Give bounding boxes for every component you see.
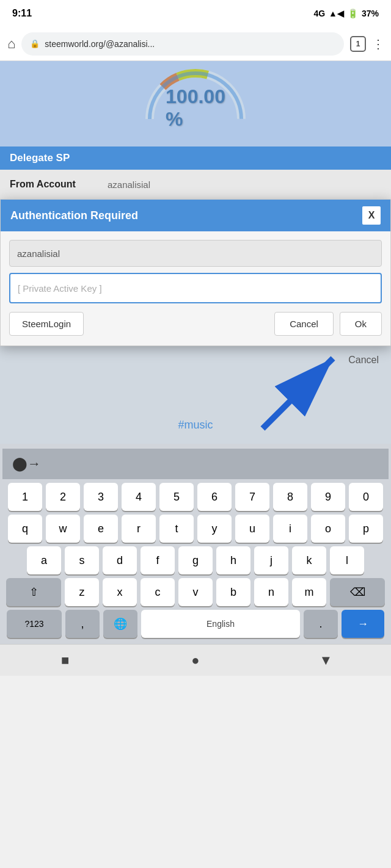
url-bar[interactable]: 🔒 steemworld.org/@azanalisi... bbox=[21, 32, 344, 56]
key-toolbar-icon: ⬤→ bbox=[12, 456, 41, 472]
status-time: 9:11 bbox=[12, 8, 32, 19]
keyboard-row-bottom: ?123 , 🌐 English . → bbox=[2, 610, 389, 638]
auth-cancel-button[interactable]: Cancel bbox=[274, 312, 334, 336]
home-button[interactable]: ⌂ bbox=[7, 36, 15, 52]
btn-right-group: Cancel Ok bbox=[274, 312, 382, 336]
key-2[interactable]: 2 bbox=[46, 483, 80, 511]
key-t[interactable]: t bbox=[159, 515, 194, 543]
key-i[interactable]: i bbox=[273, 515, 307, 543]
delegate-sp-bar: Delegate SP bbox=[0, 146, 391, 170]
auth-close-button[interactable]: X bbox=[362, 206, 381, 225]
comma-key[interactable]: , bbox=[65, 610, 100, 638]
key-n[interactable]: n bbox=[254, 578, 288, 606]
key-3[interactable]: 3 bbox=[84, 483, 118, 511]
space-key[interactable]: English bbox=[141, 610, 300, 638]
key-0[interactable]: 0 bbox=[349, 483, 383, 511]
keyboard-row-asdf: a s d f g h j k l bbox=[2, 546, 389, 574]
status-bar: 9:11 4G ▲◀ 🔋 37% bbox=[0, 0, 391, 27]
key-u[interactable]: u bbox=[235, 515, 269, 543]
key-v[interactable]: v bbox=[178, 578, 213, 606]
key-a[interactable]: a bbox=[27, 546, 61, 574]
auth-dialog: Authentication Required X azanalisial [ … bbox=[0, 199, 391, 346]
key-q[interactable]: q bbox=[8, 515, 42, 543]
key-4[interactable]: 4 bbox=[122, 483, 156, 511]
key-b[interactable]: b bbox=[216, 578, 250, 606]
key-d[interactable]: d bbox=[103, 546, 137, 574]
keyboard-row-qwerty: q w e r t y u i o p bbox=[2, 515, 389, 543]
key-o[interactable]: o bbox=[311, 515, 345, 543]
key-7[interactable]: 7 bbox=[235, 483, 269, 511]
bottom-nav: ■ ● ▼ bbox=[0, 644, 391, 676]
auth-title: Authentication Required bbox=[10, 209, 138, 222]
auth-key-input[interactable]: [ Private Active Key ] bbox=[9, 273, 382, 303]
key-1[interactable]: 1 bbox=[8, 483, 42, 511]
delete-key[interactable]: ⌫ bbox=[330, 578, 385, 606]
auth-header: Authentication Required X bbox=[1, 200, 390, 231]
gauge-value: 100.00 % bbox=[166, 85, 225, 131]
arrow-area: Cancel #music bbox=[0, 346, 391, 444]
key-z[interactable]: z bbox=[65, 578, 99, 606]
key-s[interactable]: s bbox=[65, 546, 99, 574]
triangle-icon: ▼ bbox=[319, 653, 332, 668]
web-content: 100.00 % Delegate SP From Account azanal… bbox=[0, 61, 391, 444]
key-l[interactable]: l bbox=[330, 546, 364, 574]
url-text: steemworld.org/@azanalisi... bbox=[45, 39, 155, 49]
auth-ok-button[interactable]: Ok bbox=[340, 312, 382, 336]
signal-icon: ▲◀ bbox=[329, 9, 344, 18]
auth-username-display: azanalisial bbox=[9, 240, 382, 267]
key-k[interactable]: k bbox=[292, 546, 326, 574]
keyboard: ⬤→ 1 2 3 4 5 6 7 8 9 0 q w e r t y u i o… bbox=[0, 444, 391, 644]
menu-button[interactable]: ⋮ bbox=[372, 37, 384, 51]
period-key[interactable]: . bbox=[304, 610, 338, 638]
key-6[interactable]: 6 bbox=[197, 483, 232, 511]
blue-arrow-icon bbox=[244, 346, 354, 438]
key-j[interactable]: j bbox=[254, 546, 288, 574]
lock-icon: 🔒 bbox=[30, 39, 40, 48]
keyboard-row-numbers: 1 2 3 4 5 6 7 8 9 0 bbox=[2, 483, 389, 511]
circle-nav-button[interactable]: ● bbox=[177, 648, 214, 673]
key-x[interactable]: x bbox=[103, 578, 137, 606]
key-y[interactable]: y bbox=[197, 515, 232, 543]
battery-label: 37% bbox=[362, 9, 379, 18]
status-right: 4G ▲◀ 🔋 37% bbox=[313, 9, 379, 18]
key-h[interactable]: h bbox=[216, 546, 250, 574]
from-account-label: From Account bbox=[10, 179, 95, 190]
triangle-nav-button[interactable]: ▼ bbox=[307, 648, 344, 673]
key-5[interactable]: 5 bbox=[159, 483, 194, 511]
key-m[interactable]: m bbox=[292, 578, 326, 606]
steemlogin-button[interactable]: SteemLogin bbox=[9, 312, 84, 336]
key-c[interactable]: c bbox=[141, 578, 175, 606]
gauge-area: 100.00 % bbox=[0, 61, 391, 146]
key-r[interactable]: r bbox=[122, 515, 156, 543]
key-e[interactable]: e bbox=[84, 515, 118, 543]
gauge-container: 100.00 % bbox=[141, 64, 250, 143]
auth-body: azanalisial [ Private Active Key ] Steem… bbox=[1, 231, 390, 345]
sym-key[interactable]: ?123 bbox=[7, 610, 62, 638]
globe-key[interactable]: 🌐 bbox=[103, 610, 137, 638]
square-icon: ■ bbox=[61, 653, 69, 668]
keyboard-toolbar: ⬤→ bbox=[2, 449, 389, 479]
svg-line-5 bbox=[263, 358, 333, 429]
keyboard-row-zxcv: ⇧ z x c v b n m ⌫ bbox=[2, 578, 389, 606]
from-account-value: azanalisial bbox=[108, 179, 150, 190]
hashtag-text: #music bbox=[178, 419, 213, 432]
key-8[interactable]: 8 bbox=[273, 483, 307, 511]
tab-button[interactable]: 1 bbox=[350, 36, 366, 52]
browser-bar: ⌂ 🔒 steemworld.org/@azanalisi... 1 ⋮ bbox=[0, 27, 391, 61]
key-f[interactable]: f bbox=[141, 546, 175, 574]
auth-buttons: SteemLogin Cancel Ok bbox=[9, 312, 382, 336]
enter-key[interactable]: → bbox=[342, 610, 384, 638]
circle-icon: ● bbox=[191, 653, 199, 668]
square-nav-button[interactable]: ■ bbox=[47, 648, 84, 673]
key-9[interactable]: 9 bbox=[311, 483, 345, 511]
battery-icon: 🔋 bbox=[348, 9, 358, 18]
tab-count: 1 bbox=[356, 40, 360, 48]
delegate-sp-title: Delegate SP bbox=[10, 152, 70, 164]
shift-key[interactable]: ⇧ bbox=[6, 578, 61, 606]
key-p[interactable]: p bbox=[349, 515, 383, 543]
key-w[interactable]: w bbox=[46, 515, 80, 543]
from-account-row: From Account azanalisial bbox=[0, 170, 391, 199]
signal-label: 4G bbox=[313, 9, 325, 18]
key-g[interactable]: g bbox=[178, 546, 213, 574]
